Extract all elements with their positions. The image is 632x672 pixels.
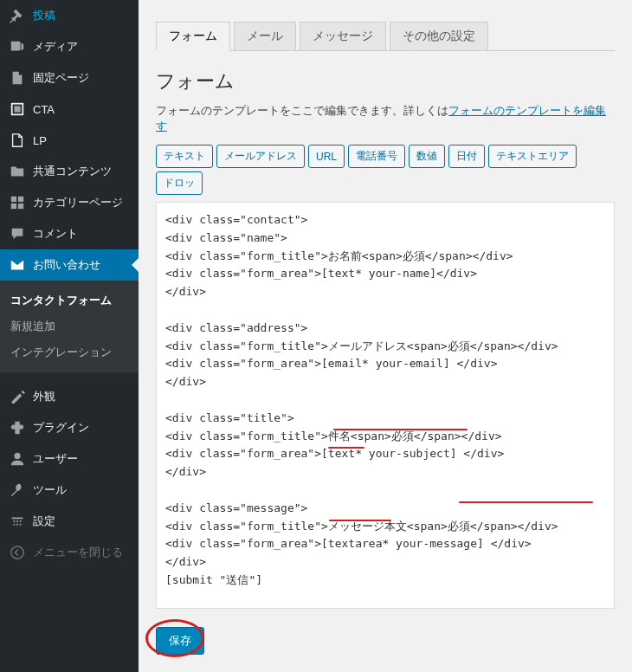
sidebar-label: メディア (33, 39, 78, 55)
save-row: 保存 (156, 627, 615, 655)
tag-btn-email[interactable]: メールアドレス (216, 145, 305, 168)
panel-description: フォームのテンプレートをここで編集できます。詳しくはフォームのテンプレートを編集… (156, 103, 615, 134)
sidebar-item-media[interactable]: メディア (0, 31, 139, 62)
submenu-item-add-new[interactable]: 新規追加 (0, 313, 139, 339)
svg-rect-12 (16, 524, 18, 526)
settings-icon (9, 513, 26, 530)
sidebar-item-tools[interactable]: ツール (0, 475, 139, 506)
sidebar-item-settings[interactable]: 設定 (0, 506, 139, 537)
sidebar-label: 投稿 (33, 8, 55, 23)
sidebar-item-posts[interactable]: 投稿 (0, 0, 139, 31)
tag-generator-buttons: テキスト メールアドレス URL 電話番号 数値 日付 テキストエリア ドロッ (156, 145, 615, 195)
annotation-underline (329, 520, 391, 521)
appearance-icon (9, 388, 26, 405)
menu-separator (0, 372, 139, 377)
svg-rect-5 (18, 204, 23, 209)
comment-icon (9, 225, 26, 242)
tab-messages[interactable]: メッセージ (300, 22, 386, 51)
sidebar-collapse[interactable]: メニューを閉じる (0, 537, 139, 568)
lp-icon (9, 132, 26, 149)
sidebar-label: メニューを閉じる (33, 545, 123, 560)
media-icon (9, 38, 26, 55)
svg-rect-2 (11, 197, 16, 202)
svg-rect-4 (11, 204, 16, 209)
sidebar-item-pages[interactable]: 固定ページ (0, 62, 139, 94)
svg-rect-3 (18, 197, 23, 202)
sidebar-label: お問い合わせ (33, 257, 100, 273)
sidebar-label: 共通コンテンツ (33, 164, 112, 179)
sidebar-label: CTA (33, 103, 55, 116)
user-icon (9, 450, 26, 468)
sidebar-submenu: コンタクトフォーム 新規追加 インテグレーション (0, 281, 139, 372)
submenu-item-contact-forms[interactable]: コンタクトフォーム (0, 288, 139, 313)
cta-icon (9, 100, 26, 118)
sidebar-item-plugins[interactable]: プラグイン (0, 412, 139, 443)
svg-rect-1 (14, 106, 20, 112)
submenu-item-integration[interactable]: インテグレーション (0, 339, 139, 365)
sidebar-item-cta[interactable]: CTA (0, 94, 139, 125)
main-content: フォーム メール メッセージ その他の設定 フォーム フォームのテンプレートをこ… (139, 0, 632, 672)
panel-title: フォーム (156, 68, 615, 94)
sidebar-label: LP (33, 134, 47, 147)
admin-sidebar: 投稿 メディア 固定ページ CTA LP 共通コンテンツ カテゴリーページ コメ… (0, 0, 139, 672)
plugin-icon (9, 419, 26, 436)
sidebar-item-appearance[interactable]: 外観 (0, 381, 139, 412)
sidebar-item-contact[interactable]: お問い合わせ (0, 249, 139, 281)
sidebar-item-common[interactable]: 共通コンテンツ (0, 156, 139, 187)
tab-form[interactable]: フォーム (156, 22, 230, 51)
svg-rect-8 (14, 520, 16, 522)
save-button[interactable]: 保存 (156, 627, 204, 655)
annotation-underline (459, 501, 593, 503)
pin-icon (9, 7, 26, 24)
tag-btn-date[interactable]: 日付 (448, 145, 485, 168)
form-template-textarea[interactable] (156, 202, 615, 609)
sidebar-item-users[interactable]: ユーザー (0, 443, 139, 475)
sidebar-label: 固定ページ (33, 70, 89, 86)
sidebar-item-comments[interactable]: コメント (0, 218, 139, 249)
sidebar-label: ユーザー (33, 451, 78, 467)
tag-btn-tel[interactable]: 電話番号 (348, 145, 405, 168)
svg-rect-9 (16, 520, 18, 522)
sidebar-label: カテゴリーページ (33, 195, 123, 210)
tool-icon (9, 481, 26, 499)
sidebar-label: ツール (33, 482, 67, 498)
annotation-underline (333, 429, 468, 430)
mail-icon (9, 256, 26, 274)
editor-tabs: フォーム メール メッセージ その他の設定 (156, 0, 615, 51)
tag-btn-dropdown[interactable]: ドロッ (156, 171, 203, 195)
tag-btn-text[interactable]: テキスト (156, 145, 213, 168)
desc-text: フォームのテンプレートをここで編集できます。詳しくは (156, 104, 448, 117)
sidebar-item-category[interactable]: カテゴリーページ (0, 187, 139, 218)
svg-rect-7 (12, 518, 23, 520)
svg-point-14 (11, 546, 23, 559)
svg-rect-11 (14, 524, 16, 526)
svg-rect-10 (20, 520, 22, 522)
sidebar-label: 外観 (33, 389, 55, 404)
collapse-icon (9, 544, 26, 561)
tag-btn-url[interactable]: URL (308, 145, 345, 168)
sidebar-label: プラグイン (33, 420, 89, 436)
tag-btn-number[interactable]: 数値 (409, 145, 445, 168)
category-icon (9, 194, 26, 211)
sidebar-label: コメント (33, 226, 78, 242)
annotation-underline (328, 447, 364, 449)
tab-additional[interactable]: その他の設定 (390, 22, 488, 51)
sidebar-label: 設定 (33, 514, 55, 529)
page-icon (9, 69, 26, 87)
folder-icon (9, 163, 26, 180)
sidebar-item-lp[interactable]: LP (0, 125, 139, 156)
svg-rect-13 (20, 524, 22, 526)
form-panel: フォーム フォームのテンプレートをここで編集できます。詳しくはフォームのテンプレ… (156, 51, 615, 655)
tag-btn-textarea[interactable]: テキストエリア (488, 145, 577, 168)
tab-mail[interactable]: メール (234, 22, 296, 51)
svg-point-6 (14, 453, 20, 459)
